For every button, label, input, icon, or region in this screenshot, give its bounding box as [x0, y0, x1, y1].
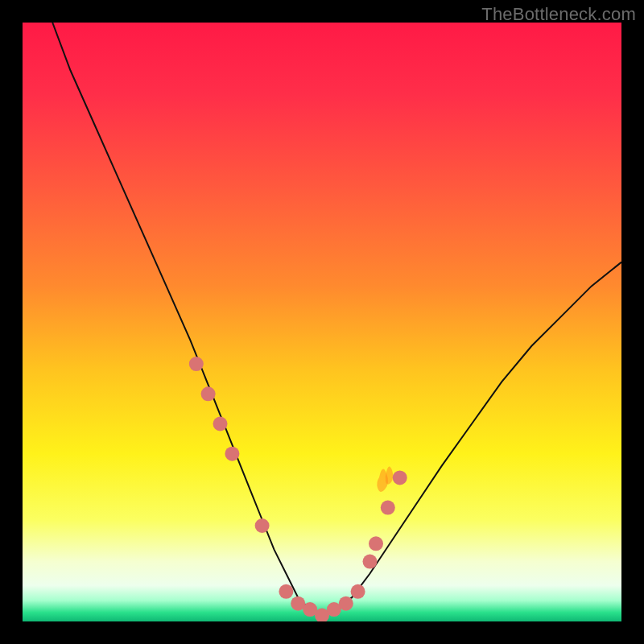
plot-area: [23, 23, 621, 621]
watermark-text: TheBottleneck.com: [481, 4, 636, 25]
curve-marker: [369, 536, 383, 551]
chart-svg: [23, 23, 621, 621]
curve-marker: [363, 555, 378, 569]
curve-marker: [225, 447, 239, 461]
curve-marker: [393, 470, 407, 485]
curve-marker: [213, 417, 228, 431]
curve-marker: [255, 518, 270, 533]
curve-marker: [351, 584, 365, 599]
gradient-background: [23, 23, 621, 621]
curve-marker: [381, 501, 395, 515]
curve-marker: [201, 386, 216, 401]
curve-marker: [339, 597, 353, 611]
curve-marker: [279, 584, 293, 599]
chart-frame: TheBottleneck.com: [0, 0, 644, 644]
curve-marker: [189, 357, 204, 371]
